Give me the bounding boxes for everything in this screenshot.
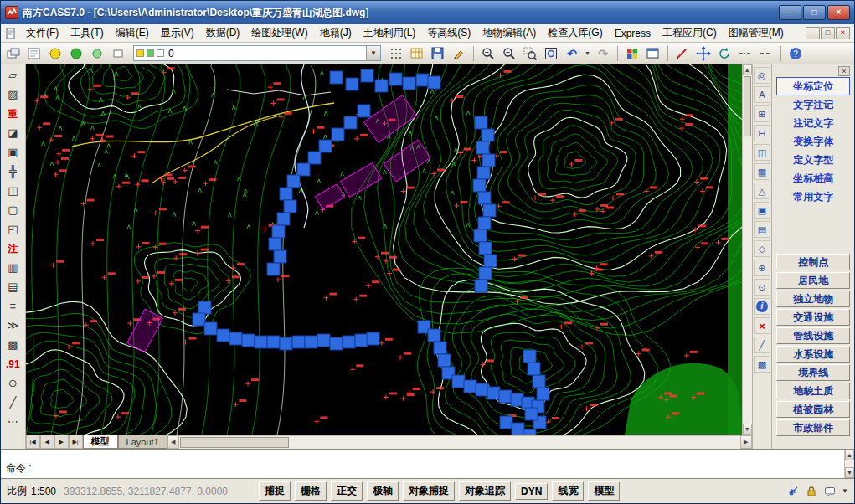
command-prompt[interactable]: 命令 : [1,450,844,478]
grid-minus-icon[interactable]: ⊟ [754,125,770,141]
panel-button-pipeline[interactable]: 管线设施 [776,327,850,344]
toggle-grid[interactable]: 栅格 [295,481,327,501]
menu-express[interactable]: Express [609,25,657,42]
mdi-minimize-button[interactable]: — [806,27,820,39]
left-tool-rows-icon[interactable]: ▥ [2,258,23,277]
command-scrollbar[interactable]: ▲ ▼ [844,450,854,478]
menu-engineering[interactable]: 工程应用(C) [657,23,723,43]
move-icon[interactable] [693,44,713,63]
zoom-in-icon[interactable] [478,44,498,63]
grid-plus-icon[interactable]: ⊞ [754,105,770,122]
menu-tools[interactable]: 工具(T) [64,23,109,43]
panel-button-control-point[interactable]: 控制点 [776,254,850,270]
tab-model[interactable]: 模型 [83,435,118,449]
line-tool-icon[interactable]: ╱ [754,337,770,353]
left-tool-fill-icon[interactable]: ◪ [2,123,23,142]
toggle-lineweight[interactable]: 线宽 [552,481,584,501]
list-tool-icon[interactable]: ▤ [754,221,770,238]
pattern-tool-icon[interactable]: ▩ [754,356,770,373]
left-tool-layers-icon[interactable]: ▤ [2,277,23,296]
panel-button-independent-feature[interactable]: 独立地物 [776,291,850,307]
triangle-tool-icon[interactable]: △ [754,183,770,199]
menu-draw-process[interactable]: 绘图处理(W) [245,23,313,43]
minimize-button[interactable]: — [779,5,801,20]
menu-edit[interactable]: 编辑(E) [110,23,155,43]
panel-button-boundary[interactable]: 境界线 [776,364,850,381]
left-tool-block-icon[interactable]: ▣ [2,142,23,162]
lock-icon[interactable] [805,485,818,498]
panel-item-define-style[interactable]: 定义字型 [776,151,850,169]
layer-combo-dropdown-icon[interactable]: ▼ [366,46,380,60]
rotate-icon[interactable] [714,44,734,63]
horizontal-scroll-track[interactable] [179,435,740,449]
linetype-dashdot-icon[interactable] [735,44,755,63]
panel-item-coord-elevation[interactable]: 坐标桩高 [776,169,850,188]
panel-button-landform[interactable]: 地貌土质 [776,383,850,399]
menu-land-use[interactable]: 土地利用(L) [358,23,422,43]
add-tool-icon[interactable]: ⊕ [754,260,770,276]
color-green-icon[interactable] [66,44,86,63]
scale-value[interactable]: 1:500 [31,486,56,497]
left-tool-cell-icon[interactable]: ◫ [2,181,23,200]
toggle-ortho[interactable]: 正交 [331,481,363,501]
command-scroll-down-icon[interactable]: ▼ [845,467,854,478]
scroll-right-icon[interactable]: ▶ [740,435,752,449]
left-tool-arrows-icon[interactable]: ≫ [2,316,23,335]
save-icon[interactable] [428,44,448,63]
horizontal-scrollbar[interactable]: ◀ ▶ [167,435,752,449]
panel-item-common-text[interactable]: 常用文字 [776,188,850,206]
toggle-snap[interactable]: 捕捉 [259,481,291,501]
tab-last-icon[interactable]: ▶| [69,435,83,449]
vertical-scrollbar[interactable]: ▲ ▼ [742,64,752,435]
panel-item-annotate-text[interactable]: 注记文字 [776,114,850,132]
menu-cadastre[interactable]: 地籍(J) [314,23,358,43]
panel-item-text-annotation[interactable]: 文字注记 [776,95,850,114]
menu-data[interactable]: 数据(D) [200,23,246,43]
left-tool-rectangle-icon[interactable]: ▢ [2,200,23,219]
toggle-osnap[interactable]: 对象捕捉 [403,481,455,501]
menu-file[interactable]: 文件(F) [20,23,64,43]
panel-button-water-system[interactable]: 水系设施 [776,346,850,363]
panel-item-coord-locate[interactable]: 坐标定位 [776,77,850,95]
panel-button-municipal[interactable]: 市政部件 [776,419,850,436]
zoom-extents-icon[interactable] [541,44,561,63]
draw-red-pen-icon[interactable] [672,44,693,63]
panel-button-vegetation[interactable]: 植被园林 [776,401,850,418]
left-tool-regen-icon[interactable]: 重 [2,104,23,123]
help-icon[interactable]: ? [785,44,806,63]
zoom-out-icon[interactable] [499,44,519,63]
menu-feature-edit[interactable]: 地物编辑(A) [476,23,542,43]
tab-next-icon[interactable]: ▶ [54,435,69,449]
left-tool-more-icon[interactable]: ⋯ [2,412,23,431]
left-tool-circle-icon[interactable]: ⊙ [2,373,23,393]
toggle-dyn[interactable]: DYN [515,483,548,500]
vertical-scroll-thumb[interactable] [744,76,751,136]
window-tool-icon[interactable]: ◫ [754,144,770,161]
left-tool-corner-icon[interactable]: ◰ [2,219,23,239]
left-tool-slash-icon[interactable]: ╱ [2,393,23,412]
toggle-otrack[interactable]: 对象追踪 [459,481,511,501]
color-light-green-icon[interactable] [87,44,107,63]
left-tool-91-icon[interactable]: .91 [2,354,23,373]
panel-item-change-font[interactable]: 变换字体 [776,132,850,151]
table-icon[interactable] [407,44,427,63]
drawing-canvas[interactable] [26,64,742,435]
status-menu-arrow-icon[interactable]: ▼ [842,487,848,495]
redo-icon[interactable]: ↷ [593,44,613,63]
left-tool-lines-icon[interactable]: ≡ [2,296,23,316]
left-tool-hatch-icon[interactable]: ▨ [2,85,23,104]
tab-prev-icon[interactable]: ◀ [40,435,54,449]
palette-icon[interactable] [622,44,642,63]
undo-icon[interactable]: ↶ [562,44,582,63]
window-panel-icon[interactable] [643,44,663,63]
snap-grid-icon[interactable] [386,44,406,63]
panel-button-transport[interactable]: 交通设施 [776,309,850,326]
scroll-up-icon[interactable]: ▲ [743,64,752,75]
block-tool-icon[interactable]: ▣ [754,202,770,219]
close-button[interactable]: × [827,5,850,20]
color-white-icon[interactable] [108,44,128,63]
menu-check-db[interactable]: 检查入库(G) [542,23,608,43]
command-scroll-up-icon[interactable]: ▲ [845,450,854,460]
text-tool-icon[interactable]: A [754,86,770,103]
delete-icon[interactable]: × [754,317,770,334]
